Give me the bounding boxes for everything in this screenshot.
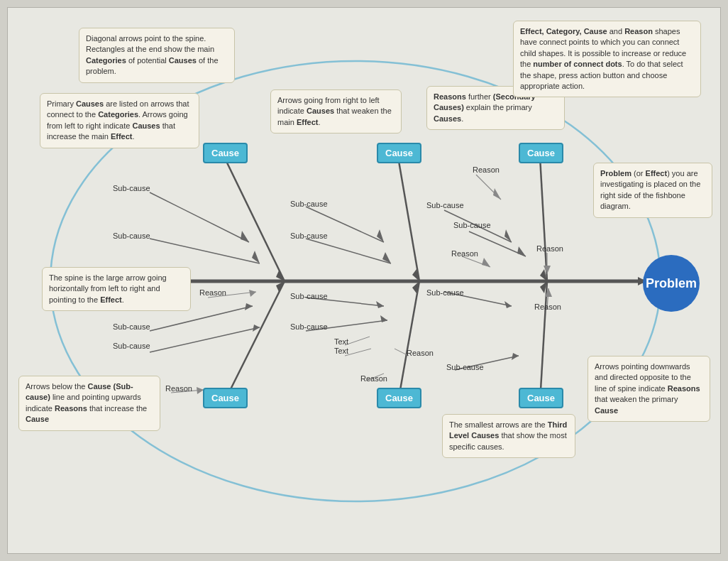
svg-marker-30 [482,258,490,267]
label-reason-2: Reason [536,244,563,253]
problem-label: Problem [646,276,697,291]
cause-box-3[interactable]: Cause [519,143,563,163]
label-reason-8: Reason [165,384,192,393]
label-subcause-10: Sub-cause [290,292,328,300]
fishbone-canvas: Cause Cause Cause Cause Cause Cause Prob… [7,7,721,554]
tooltip-5: Effect, Category, Cause and Reason shape… [513,21,701,97]
label-reason-4: Reason [199,288,226,297]
tooltip-7: The spine is the large arrow going horiz… [42,267,191,311]
svg-line-9 [224,281,285,402]
problem-circle[interactable]: Problem [643,255,700,312]
cause-box-2[interactable]: Cause [377,143,421,163]
svg-marker-38 [249,290,256,297]
svg-line-17 [150,239,260,263]
cause-box-5[interactable]: Cause [377,388,421,408]
svg-line-13 [540,281,547,402]
cause-box-6[interactable]: Cause [519,388,563,408]
svg-marker-48 [504,301,512,308]
svg-line-11 [398,281,419,402]
svg-line-21 [306,239,391,263]
cause-box-4[interactable]: Cause [203,388,248,408]
cause-box-1[interactable]: Cause [203,143,248,163]
label-subcause-4: Sub-cause [290,232,328,240]
label-text-2: Text [334,347,348,355]
svg-marker-16 [241,231,249,242]
tooltip-10: Arrows pointing downwards and directed o… [588,356,710,422]
tooltip-2: Primary Causes are listed on arrows that… [40,93,199,148]
label-reason-5: Reason [534,303,561,311]
svg-line-15 [150,192,249,242]
label-reason-1: Reason [451,249,478,258]
tooltip-9: The smallest arrows are the Third Level … [442,414,575,458]
svg-marker-26 [517,246,526,256]
label-subcause-6: Sub-cause [453,221,491,229]
label-subcause-9: Sub-cause [290,322,328,331]
svg-marker-28 [493,188,501,200]
label-subcause-7: Sub-cause [113,322,150,331]
tooltip-3: Arrows going from right to left indicate… [270,89,402,134]
tooltip-6: Problem (or Effect) you are investigatin… [593,163,712,218]
svg-marker-40 [376,301,384,308]
label-subcause-11: Sub-cause [426,288,464,297]
tooltip-8: Arrows below the Cause (Sub-cause) line … [18,376,160,431]
label-subcause-3: Sub-cause [290,200,328,208]
label-reason-7: Reason [360,374,387,383]
svg-line-5 [398,157,419,281]
svg-line-44 [345,349,371,356]
label-reason-6: Reason [407,349,434,357]
svg-line-7 [540,157,547,281]
label-reason-3: Reason [473,165,500,174]
label-subcause-8: Sub-cause [113,342,150,350]
label-subcause-1: Sub-cause [113,184,150,192]
label-subcause-12: Sub-cause [446,363,484,371]
svg-line-35 [150,327,260,352]
svg-line-43 [345,337,370,345]
label-subcause-2: Sub-cause [113,232,150,240]
label-text-1: Text [334,337,348,346]
label-subcause-5: Sub-cause [426,201,464,209]
tooltip-1: Diagonal arrows point to the spine. Rect… [79,28,235,83]
